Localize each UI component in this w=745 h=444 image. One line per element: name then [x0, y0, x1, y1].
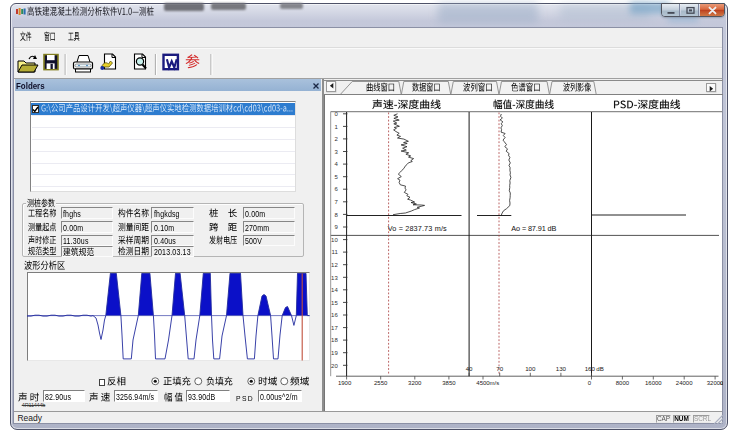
svg-text:4: 4 [334, 161, 338, 167]
svg-text:5: 5 [334, 174, 338, 180]
svg-text:12: 12 [331, 262, 338, 268]
svg-text:Ao = 87.91 dB: Ao = 87.91 dB [511, 224, 556, 233]
svg-text:m/s: m/s [490, 380, 500, 386]
svg-text:8: 8 [334, 212, 338, 218]
svg-text:11: 11 [332, 249, 339, 255]
svg-text:0: 0 [588, 380, 592, 386]
svg-text:Vo = 2837.73 m/s: Vo = 2837.73 m/s [388, 224, 447, 233]
svg-text:3: 3 [334, 149, 338, 155]
svg-text:13: 13 [331, 275, 338, 281]
svg-text:3200: 3200 [408, 380, 422, 386]
svg-text:2: 2 [334, 136, 338, 142]
svg-text:40: 40 [466, 365, 473, 372]
svg-text:100: 100 [525, 365, 536, 372]
svg-text:1900: 1900 [338, 380, 352, 386]
svg-text:9: 9 [334, 224, 338, 230]
svg-text:130: 130 [556, 365, 567, 372]
svg-text:20: 20 [331, 363, 338, 369]
svg-text:24000: 24000 [676, 380, 693, 386]
svg-text:10: 10 [331, 237, 338, 243]
svg-text:70: 70 [496, 365, 503, 372]
svg-text:8000: 8000 [616, 380, 630, 386]
svg-text:7: 7 [334, 199, 338, 205]
svg-text:3850: 3850 [442, 380, 456, 386]
svg-text:17: 17 [331, 325, 338, 331]
svg-text:16: 16 [331, 312, 338, 318]
svg-text:6: 6 [334, 186, 338, 192]
svg-text:1: 1 [334, 124, 338, 130]
svg-text:u: u [720, 380, 723, 386]
svg-text:16000: 16000 [645, 380, 662, 386]
svg-text:dB: dB [596, 365, 604, 372]
svg-text:4500: 4500 [476, 380, 490, 386]
svg-text:18: 18 [331, 337, 338, 343]
svg-text:2550: 2550 [374, 380, 388, 386]
svg-text:160: 160 [585, 365, 596, 372]
svg-text:14: 14 [331, 287, 338, 293]
svg-text:15: 15 [331, 300, 338, 306]
svg-text:19: 19 [331, 350, 338, 356]
